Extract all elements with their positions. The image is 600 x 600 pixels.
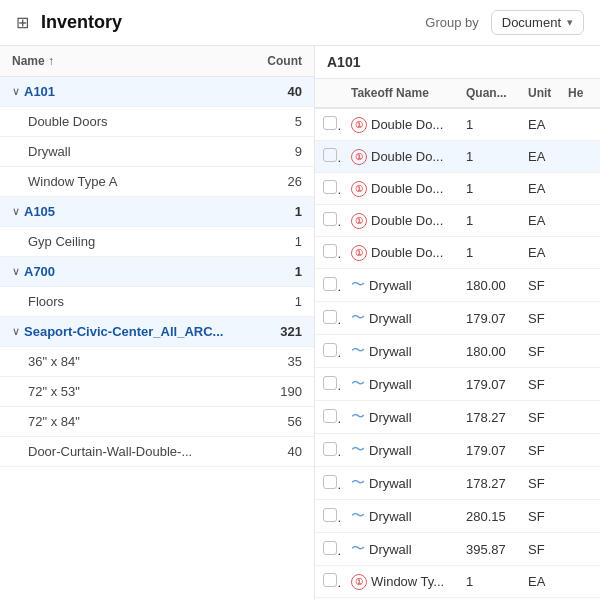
row-checkbox[interactable] bbox=[315, 269, 343, 302]
group-count: 321 bbox=[252, 324, 302, 339]
line-icon: 〜 bbox=[351, 540, 365, 558]
row-unit: SF bbox=[520, 368, 560, 401]
group-by-dropdown[interactable]: Document ▾ bbox=[491, 10, 584, 35]
table-row: 〜Drywall179.07SF bbox=[315, 302, 600, 335]
list-item[interactable]: Drywall 9 bbox=[0, 137, 314, 167]
item-count: 26 bbox=[252, 174, 302, 189]
row-checkbox[interactable] bbox=[315, 108, 343, 141]
row-he bbox=[560, 302, 600, 335]
list-item[interactable]: Gyp Ceiling 1 bbox=[0, 227, 314, 257]
table-row: 〜Drywall179.07SF bbox=[315, 434, 600, 467]
checkbox[interactable] bbox=[323, 148, 337, 162]
row-he bbox=[560, 401, 600, 434]
chevron-down-icon: ▾ bbox=[567, 16, 573, 29]
list-item[interactable]: Floors 1 bbox=[0, 287, 314, 317]
row-he bbox=[560, 566, 600, 598]
col-count-header: Count bbox=[242, 54, 302, 68]
group-row[interactable]: ∨ A101 40 bbox=[0, 77, 314, 107]
row-takeoff-name: ①Double Do... bbox=[343, 237, 458, 269]
checkbox[interactable] bbox=[323, 277, 337, 291]
row-checkbox[interactable] bbox=[315, 205, 343, 237]
row-checkbox[interactable] bbox=[315, 434, 343, 467]
checkbox[interactable] bbox=[323, 508, 337, 522]
grid-icon: ⊞ bbox=[16, 13, 29, 32]
row-checkbox[interactable] bbox=[315, 302, 343, 335]
row-takeoff-name: 〜Drywall bbox=[343, 500, 458, 533]
row-quantity: 395.87 bbox=[458, 533, 520, 566]
row-quantity: 180.00 bbox=[458, 335, 520, 368]
checkbox[interactable] bbox=[323, 343, 337, 357]
row-unit: EA bbox=[520, 108, 560, 141]
row-checkbox[interactable] bbox=[315, 566, 343, 598]
page-title: Inventory bbox=[41, 12, 122, 33]
list-item[interactable]: 72" x 53" 190 bbox=[0, 377, 314, 407]
row-takeoff-name: 〜Drywall bbox=[343, 467, 458, 500]
checkbox[interactable] bbox=[323, 409, 337, 423]
row-quantity: 1 bbox=[458, 173, 520, 205]
row-takeoff-name: ①Double Do... bbox=[343, 205, 458, 237]
row-checkbox[interactable] bbox=[315, 237, 343, 269]
circle-icon: ① bbox=[351, 117, 367, 133]
checkbox[interactable] bbox=[323, 212, 337, 226]
group-row[interactable]: ∨ A105 1 bbox=[0, 197, 314, 227]
checkbox[interactable] bbox=[323, 541, 337, 555]
row-takeoff-name: 〜Drywall bbox=[343, 401, 458, 434]
row-quantity: 280.15 bbox=[458, 500, 520, 533]
list-item[interactable]: 36" x 84" 35 bbox=[0, 347, 314, 377]
col-quantity: Quan... bbox=[458, 79, 520, 108]
row-checkbox[interactable] bbox=[315, 141, 343, 173]
checkbox[interactable] bbox=[323, 573, 337, 587]
circle-icon: ① bbox=[351, 149, 367, 165]
row-checkbox[interactable] bbox=[315, 173, 343, 205]
checkbox[interactable] bbox=[323, 180, 337, 194]
group-name: A101 bbox=[24, 84, 252, 99]
row-he bbox=[560, 237, 600, 269]
row-he bbox=[560, 108, 600, 141]
group-name: A105 bbox=[24, 204, 252, 219]
checkbox[interactable] bbox=[323, 116, 337, 130]
row-quantity: 1 bbox=[458, 205, 520, 237]
table-row: ①Double Do...1EA bbox=[315, 237, 600, 269]
row-takeoff-name: 〜Drywall bbox=[343, 533, 458, 566]
table-header-row: Takeoff Name Quan... Unit He bbox=[315, 79, 600, 108]
group-row[interactable]: ∨ Seaport-Civic-Center_All_ARC... 321 bbox=[0, 317, 314, 347]
checkbox[interactable] bbox=[323, 310, 337, 324]
row-checkbox[interactable] bbox=[315, 368, 343, 401]
row-unit: SF bbox=[520, 335, 560, 368]
row-takeoff-name: 〜Drywall bbox=[343, 368, 458, 401]
list-item[interactable]: Window Type A 26 bbox=[0, 167, 314, 197]
item-count: 9 bbox=[252, 144, 302, 159]
list-item[interactable]: 72" x 84" 56 bbox=[0, 407, 314, 437]
row-checkbox[interactable] bbox=[315, 533, 343, 566]
left-panel: Name ↑ Count ∨ A101 40 Double Doors 5 Dr… bbox=[0, 46, 315, 600]
group-by-value: Document bbox=[502, 15, 561, 30]
checkbox[interactable] bbox=[323, 376, 337, 390]
row-unit: SF bbox=[520, 500, 560, 533]
row-checkbox[interactable] bbox=[315, 500, 343, 533]
group-name: Seaport-Civic-Center_All_ARC... bbox=[24, 324, 252, 339]
checkbox[interactable] bbox=[323, 475, 337, 489]
table-row: 〜Drywall179.07SF bbox=[315, 368, 600, 401]
group-count: 40 bbox=[252, 84, 302, 99]
row-checkbox[interactable] bbox=[315, 335, 343, 368]
col-takeoff-name: Takeoff Name bbox=[343, 79, 458, 108]
line-icon: 〜 bbox=[351, 474, 365, 492]
row-checkbox[interactable] bbox=[315, 401, 343, 434]
row-unit: EA bbox=[520, 237, 560, 269]
item-count: 56 bbox=[252, 414, 302, 429]
checkbox[interactable] bbox=[323, 442, 337, 456]
row-checkbox[interactable] bbox=[315, 467, 343, 500]
table-row: 〜Drywall180.00SF bbox=[315, 269, 600, 302]
row-unit: EA bbox=[520, 205, 560, 237]
list-item[interactable]: Door-Curtain-Wall-Double-... 40 bbox=[0, 437, 314, 467]
line-icon: 〜 bbox=[351, 342, 365, 360]
row-unit: SF bbox=[520, 434, 560, 467]
row-quantity: 1 bbox=[458, 237, 520, 269]
group-name: A700 bbox=[24, 264, 252, 279]
checkbox[interactable] bbox=[323, 244, 337, 258]
row-quantity: 178.27 bbox=[458, 401, 520, 434]
list-item[interactable]: Double Doors 5 bbox=[0, 107, 314, 137]
line-icon: 〜 bbox=[351, 276, 365, 294]
item-count: 190 bbox=[252, 384, 302, 399]
group-row[interactable]: ∨ A700 1 bbox=[0, 257, 314, 287]
